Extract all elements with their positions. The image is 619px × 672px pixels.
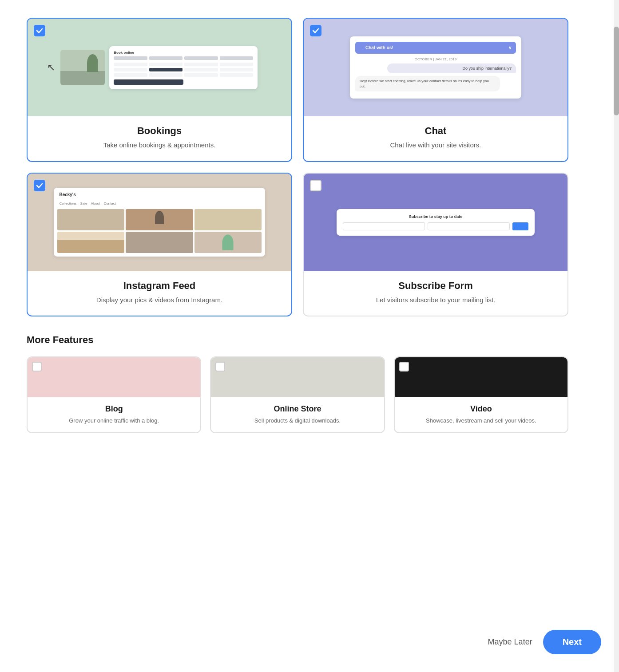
video-card[interactable]: Video Showcase, livestream and sell your… [394, 356, 568, 433]
more-features-title: More Features [27, 334, 568, 346]
video-card-image [395, 357, 567, 397]
blog-card-body: Blog Grow your online traffic with a blo… [28, 397, 200, 432]
bookings-desc: Take online bookings & appointments. [38, 140, 281, 150]
store-card-body: Online Store Sell products & digital dow… [211, 397, 384, 432]
maybe-later-button[interactable]: Maybe Later [488, 637, 532, 647]
instagram-desc: Display your pics & videos from Instagra… [38, 295, 281, 305]
instagram-title: Instagram Feed [38, 280, 281, 292]
blog-title: Blog [35, 404, 193, 414]
footer: Maybe Later Next [470, 630, 619, 672]
scrollbar-thumb[interactable] [614, 27, 619, 115]
chat-title: Chat [314, 125, 557, 137]
chat-card-body: Chat Chat live with your site visitors. [304, 116, 567, 161]
instagram-card[interactable]: Becky's CollectionsSaleAboutContact [27, 173, 292, 317]
video-title: Video [402, 404, 560, 414]
bookings-card-body: Bookings Take online bookings & appointm… [28, 116, 291, 161]
chat-card[interactable]: Chat with us! ∨ OCTOBER | JAN 21, 2019 D… [303, 18, 568, 162]
subscribe-title: Subscribe Form [314, 280, 557, 292]
main-features-grid: ↖ Book online [27, 18, 568, 316]
bookings-calendar: Book online [109, 46, 258, 89]
blog-card-image [28, 357, 200, 397]
chat-desc: Chat live with your site visitors. [314, 140, 557, 150]
blog-checkbox[interactable] [32, 362, 42, 372]
blog-card[interactable]: Blog Grow your online traffic with a blo… [27, 356, 201, 433]
video-card-body: Video Showcase, livestream and sell your… [395, 397, 567, 432]
store-card[interactable]: Online Store Sell products & digital dow… [210, 356, 385, 433]
store-checkbox[interactable] [215, 362, 225, 372]
instagram-checkbox[interactable] [34, 180, 45, 191]
bookings-card-image: ↖ Book online [28, 19, 291, 116]
next-button[interactable]: Next [543, 630, 601, 654]
video-checkbox[interactable] [399, 362, 409, 372]
store-card-image [211, 357, 384, 397]
instagram-illustration: Becky's CollectionsSaleAboutContact [54, 188, 265, 257]
bookings-checkbox[interactable] [34, 25, 45, 36]
chat-checkbox[interactable] [310, 25, 321, 36]
subscribe-card[interactable]: Subscribe to stay up to date Subscribe F… [303, 173, 568, 317]
subscribe-illustration: Subscribe to stay up to date [337, 209, 535, 236]
subscribe-card-body: Subscribe Form Let visitors subscribe to… [304, 271, 567, 316]
instagram-card-image: Becky's CollectionsSaleAboutContact [28, 174, 291, 271]
subscribe-card-image: Subscribe to stay up to date [304, 174, 567, 271]
blog-desc: Grow your online traffic with a blog. [35, 416, 193, 425]
more-features-grid: Blog Grow your online traffic with a blo… [27, 356, 568, 433]
instagram-card-body: Instagram Feed Display your pics & video… [28, 271, 291, 316]
bookings-title: Bookings [38, 125, 281, 137]
video-desc: Showcase, livestream and sell your video… [402, 416, 560, 425]
store-title: Online Store [218, 404, 377, 414]
scrollbar[interactable] [614, 0, 619, 672]
subscribe-desc: Let visitors subscribe to your mailing l… [314, 295, 557, 305]
bookings-card[interactable]: ↖ Book online [27, 18, 292, 162]
chat-card-image: Chat with us! ∨ OCTOBER | JAN 21, 2019 D… [304, 19, 567, 116]
chat-illustration: Chat with us! ∨ OCTOBER | JAN 21, 2019 D… [350, 36, 521, 98]
subscribe-checkbox[interactable] [310, 180, 321, 191]
cursor-icon: ↖ [47, 62, 55, 73]
store-desc: Sell products & digital downloads. [218, 416, 377, 425]
bookings-photo [60, 50, 105, 85]
